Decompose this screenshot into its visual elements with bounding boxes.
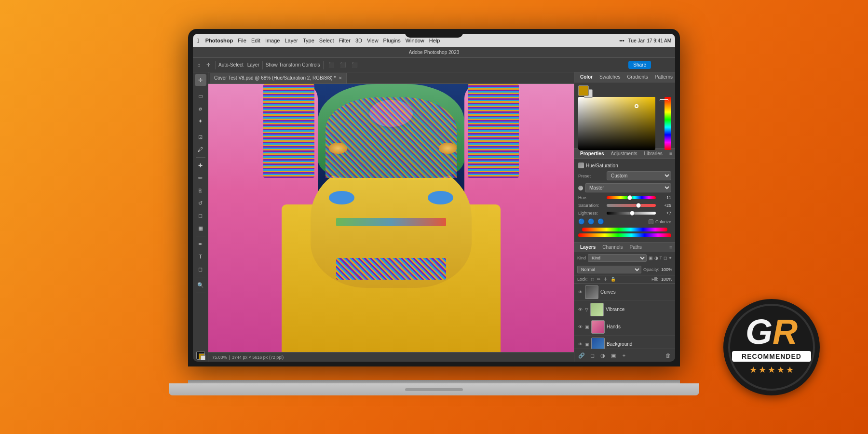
gradient-tool[interactable]: ▦: [195, 222, 206, 234]
app-name[interactable]: Photoshop: [205, 38, 233, 43]
eraser-tool[interactable]: ◻: [195, 210, 206, 221]
menu-plugins[interactable]: Plugins: [383, 38, 401, 43]
color-fg-square[interactable]: [578, 85, 589, 96]
eyedropper-3-icon[interactable]: 🔵: [597, 218, 604, 225]
marquee-tool[interactable]: ▭: [195, 90, 206, 102]
pen-tool[interactable]: ✒: [195, 238, 206, 250]
ps-canvas[interactable]: [208, 84, 574, 352]
move-tool-btn[interactable]: ✛: [204, 61, 212, 68]
sat-slider-track[interactable]: [607, 204, 656, 207]
menu-image[interactable]: Image: [265, 38, 280, 43]
tab-libraries[interactable]: Libraries: [641, 150, 665, 157]
prop-tab-row: Properties Adjustments Libraries ≡: [574, 149, 675, 159]
tab-adjustments[interactable]: Adjustments: [608, 150, 640, 157]
menu-type[interactable]: Type: [303, 38, 314, 43]
wifi-icon: •••: [619, 38, 624, 43]
blend-opacity-row: Normal Opacity: 100%: [574, 264, 675, 275]
menu-layer[interactable]: Layer: [285, 38, 298, 43]
lock-all-icon[interactable]: 🔒: [610, 277, 616, 282]
channel-select[interactable]: Master: [585, 183, 671, 192]
filter-adjust-icon[interactable]: ◑: [654, 256, 658, 260]
lock-pos-icon[interactable]: ✛: [604, 277, 608, 282]
menu-select[interactable]: Select: [319, 38, 334, 43]
crop-tool[interactable]: ⊡: [195, 131, 206, 143]
tab-swatches[interactable]: Swatches: [597, 73, 623, 81]
filter-pixel-icon[interactable]: ▣: [649, 256, 653, 260]
align-right-btn[interactable]: ⬛: [350, 61, 359, 68]
eyedropper-tool[interactable]: 🖍: [195, 144, 206, 155]
transform-label: Show Transform Controls: [266, 62, 320, 68]
menu-filter[interactable]: Filter: [339, 38, 350, 43]
lock-trans-icon[interactable]: ◻: [591, 277, 594, 282]
add-mask-btn[interactable]: ◻: [588, 351, 597, 360]
shape-tool[interactable]: ◻: [195, 263, 206, 275]
tab-channels[interactable]: Channels: [599, 244, 625, 251]
layers-menu-icon[interactable]: ≡: [669, 244, 672, 250]
eyedropper-1-icon[interactable]: 🔵: [578, 218, 585, 225]
filter-shape-icon[interactable]: ◻: [664, 256, 667, 260]
hue-strip[interactable]: [665, 97, 671, 150]
ps-document-tab[interactable]: Cover Test V8.psd @ 68% (Hue/Saturation …: [210, 73, 347, 83]
hue-slider-thumb[interactable]: [627, 195, 632, 200]
align-left-btn[interactable]: ⬛: [326, 61, 336, 68]
layer-row-vibrance[interactable]: 👁 ▽ Vibrance: [574, 301, 675, 318]
menu-edit[interactable]: Edit: [251, 38, 260, 43]
filter-icons: ▣ ◑ T ◻ ✦: [649, 256, 673, 260]
link-layers-btn[interactable]: 🔗: [577, 351, 586, 360]
add-group-btn[interactable]: ▣: [609, 351, 618, 360]
menu-file[interactable]: File: [238, 38, 246, 43]
layer-eye-bg[interactable]: 👁: [577, 341, 583, 347]
preset-select[interactable]: Custom: [607, 171, 671, 180]
brush-tool[interactable]: ✏: [195, 172, 206, 184]
lock-pixel-icon[interactable]: ✏: [597, 277, 601, 282]
heal-tool[interactable]: ✚: [195, 160, 206, 171]
sat-slider-thumb[interactable]: [636, 203, 641, 208]
menu-window[interactable]: Window: [406, 38, 424, 43]
menu-3d[interactable]: 3D: [355, 38, 362, 43]
top-deco-right: [468, 84, 519, 178]
filter-smart-icon[interactable]: ✦: [668, 256, 672, 260]
tab-layers[interactable]: Layers: [577, 244, 598, 251]
align-center-btn[interactable]: ⬛: [338, 61, 348, 68]
layer-eye-hands[interactable]: 👁: [577, 324, 583, 330]
hue-slider-track[interactable]: [607, 196, 656, 199]
zoom-tool[interactable]: 🔍: [195, 279, 206, 291]
light-slider-track[interactable]: [607, 212, 656, 215]
filter-type-icon[interactable]: T: [660, 256, 663, 260]
home-button[interactable]: ⌂: [196, 61, 203, 68]
layer-thumb-curves-t: [585, 285, 598, 299]
layer-eye-vibrance[interactable]: 👁: [577, 307, 583, 312]
tab-paths[interactable]: Paths: [627, 244, 645, 251]
tab-patterns[interactable]: Patterns: [652, 73, 675, 81]
tab-color[interactable]: Color: [577, 73, 596, 81]
filter-kind-select[interactable]: Kind: [588, 254, 646, 262]
menu-view[interactable]: View: [367, 38, 379, 43]
share-button[interactable]: Share: [628, 61, 651, 69]
tab-close-icon[interactable]: ✕: [339, 76, 342, 81]
options-sep-2: [262, 61, 263, 69]
layer-eye-curves-top[interactable]: 👁: [577, 289, 583, 295]
layer-row-hands[interactable]: 👁 ▣ Hands: [574, 318, 675, 336]
prop-panel-menu[interactable]: ≡: [669, 151, 672, 156]
colorize-checkbox[interactable]: [649, 219, 653, 224]
lasso-tool[interactable]: ⌀: [195, 103, 206, 114]
layer-row-curves-top[interactable]: 👁 Curves: [574, 284, 675, 301]
blend-mode-select[interactable]: Normal: [577, 266, 641, 273]
add-layer-btn[interactable]: +: [620, 351, 628, 360]
light-slider-thumb[interactable]: [630, 211, 635, 216]
foreground-color[interactable]: [196, 351, 205, 360]
text-tool[interactable]: T: [195, 251, 206, 262]
layer-row-background[interactable]: 👁 ▣ Background: [574, 336, 675, 349]
move-tool[interactable]: ✛: [195, 74, 206, 86]
menu-help[interactable]: Help: [429, 38, 440, 43]
tab-gradients[interactable]: Gradients: [624, 73, 651, 81]
eyedropper-2-icon[interactable]: 🔵: [588, 218, 595, 225]
apple-icon[interactable]: : [197, 37, 199, 44]
add-adjustment-btn[interactable]: ◑: [598, 351, 607, 360]
clone-tool[interactable]: ⎘: [195, 185, 206, 196]
history-brush[interactable]: ↺: [195, 197, 206, 209]
delete-layer-btn[interactable]: 🗑: [664, 351, 672, 360]
tab-properties[interactable]: Properties: [577, 150, 607, 157]
color-gradient-picker[interactable]: [578, 97, 655, 150]
magic-wand-tool[interactable]: ✦: [195, 115, 206, 127]
